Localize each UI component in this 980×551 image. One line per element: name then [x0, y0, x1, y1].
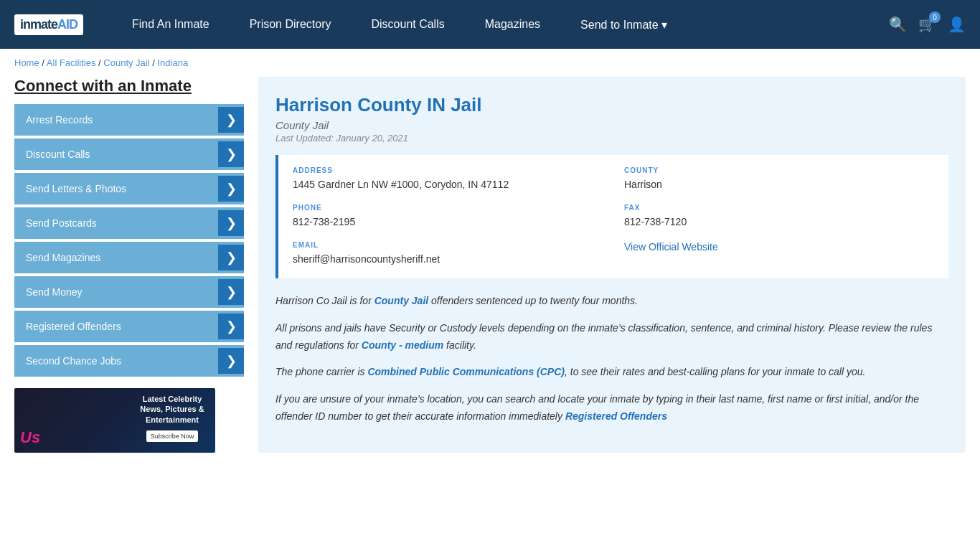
ad-subscribe-button[interactable]: Subscribe Now — [146, 430, 199, 442]
county-label: COUNTY — [624, 166, 934, 174]
county-medium-link[interactable]: County - medium — [362, 339, 443, 351]
phone-label: PHONE — [293, 204, 603, 212]
logo[interactable]: inmateAID — [14, 14, 83, 35]
arrow-icon: ❯ — [218, 279, 244, 305]
facility-updated: Last Updated: January 20, 2021 — [275, 133, 948, 143]
sidebar-send-postcards[interactable]: Send Postcards ❯ — [14, 207, 244, 239]
cpc-link[interactable]: Combined Public Communications (CPC) — [367, 366, 565, 377]
email-field: EMAIL sheriff@harrisoncountysheriff.net — [293, 241, 603, 267]
county-jail-link[interactable]: County Jail — [374, 295, 428, 306]
sidebar: Connect with an Inmate Arrest Records ❯ … — [14, 77, 244, 453]
sidebar-send-magazines[interactable]: Send Magazines ❯ — [14, 242, 244, 273]
breadcrumb-county-jail[interactable]: County Jail — [103, 57, 149, 68]
user-icon[interactable]: 👤 — [948, 16, 966, 33]
sidebar-send-money[interactable]: Send Money ❯ — [14, 276, 244, 308]
sidebar-arrest-records[interactable]: Arrest Records ❯ — [14, 104, 244, 136]
arrow-icon: ❯ — [218, 107, 244, 133]
fax-value: 812-738-7120 — [624, 215, 934, 230]
nav-prison-directory[interactable]: Prison Directory — [230, 18, 352, 31]
registered-offenders-link[interactable]: Registered Offenders — [565, 410, 667, 422]
breadcrumb: Home / All Facilities / County Jail / In… — [0, 49, 980, 77]
address-value: 1445 Gardner Ln NW #1000, Corydon, IN 47… — [293, 177, 603, 192]
facility-title: Harrison County IN Jail — [275, 94, 948, 116]
facility-content: Harrison County IN Jail County Jail Last… — [258, 77, 966, 453]
sidebar-ad[interactable]: Us Latest Celebrity News, Pictures & Ent… — [14, 388, 215, 453]
county-field: COUNTY Harrison — [624, 166, 934, 192]
arrow-icon: ❯ — [218, 141, 244, 167]
nav-magazines[interactable]: Magazines — [465, 18, 560, 31]
nav-links: Find An Inmate Prison Directory Discount… — [112, 18, 889, 32]
logo-text: inmate — [20, 17, 57, 32]
address-label: ADDRESS — [293, 166, 603, 174]
website-link[interactable]: View Official Website — [624, 241, 718, 253]
fax-field: FAX 812-738-7120 — [624, 204, 934, 230]
arrow-icon: ❯ — [218, 348, 244, 374]
main-layout: Connect with an Inmate Arrest Records ❯ … — [0, 77, 980, 474]
desc-p2: All prisons and jails have Security or C… — [275, 320, 948, 354]
facility-description: Harrison Co Jail is for County Jail offe… — [275, 293, 948, 425]
desc-p1: Harrison Co Jail is for County Jail offe… — [275, 293, 948, 310]
nav-right: 🔍 🛒 0 👤 — [889, 16, 966, 33]
phone-value: 812-738-2195 — [293, 215, 603, 230]
nav-find-inmate[interactable]: Find An Inmate — [112, 18, 230, 31]
arrow-icon: ❯ — [218, 245, 244, 270]
email-label: EMAIL — [293, 241, 603, 249]
arrow-icon: ❯ — [218, 210, 244, 236]
phone-field: PHONE 812-738-2195 — [293, 204, 603, 230]
arrow-icon: ❯ — [218, 314, 244, 339]
website-field: View Official Website — [624, 241, 934, 267]
sidebar-second-chance-jobs[interactable]: Second Chance Jobs ❯ — [14, 345, 244, 377]
sidebar-title: Connect with an Inmate — [14, 77, 244, 95]
nav-send-to-inmate[interactable]: Send to Inmate ▾ — [560, 18, 687, 32]
desc-p4: If you are unsure of your inmate’s locat… — [275, 391, 948, 425]
cart-badge: 0 — [929, 11, 941, 23]
email-value: sheriff@harrisoncountysheriff.net — [293, 252, 603, 267]
cart-icon[interactable]: 🛒 0 — [918, 16, 936, 33]
breadcrumb-home[interactable]: Home — [14, 57, 39, 68]
ad-logo: Us — [20, 428, 40, 447]
sidebar-discount-calls[interactable]: Discount Calls ❯ — [14, 138, 244, 170]
fax-label: FAX — [624, 204, 934, 212]
breadcrumb-indiana[interactable]: Indiana — [157, 57, 188, 68]
main-nav: inmateAID Find An Inmate Prison Director… — [0, 0, 980, 49]
ad-title: Latest Celebrity News, Pictures & Entert… — [136, 394, 208, 425]
nav-discount-calls[interactable]: Discount Calls — [351, 18, 464, 31]
facility-type: County Jail — [275, 119, 948, 131]
search-icon[interactable]: 🔍 — [889, 16, 907, 33]
address-field: ADDRESS 1445 Gardner Ln NW #1000, Corydo… — [293, 166, 603, 192]
sidebar-registered-offenders[interactable]: Registered Offenders ❯ — [14, 311, 244, 342]
facility-info-box: ADDRESS 1445 Gardner Ln NW #1000, Corydo… — [275, 155, 948, 278]
county-value: Harrison — [624, 177, 934, 192]
ad-content: Latest Celebrity News, Pictures & Entert… — [136, 394, 208, 442]
desc-p3: The phone carrier is Combined Public Com… — [275, 364, 948, 381]
breadcrumb-all-facilities[interactable]: All Facilities — [47, 57, 96, 68]
arrow-icon: ❯ — [218, 176, 244, 202]
sidebar-send-letters[interactable]: Send Letters & Photos ❯ — [14, 173, 244, 204]
logo-aid: AID — [57, 17, 77, 32]
